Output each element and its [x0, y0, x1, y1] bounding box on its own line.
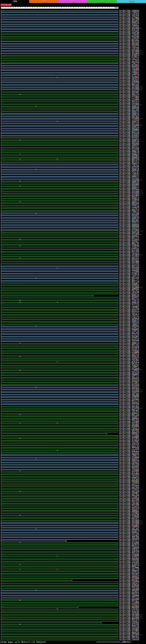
gap-marker [36, 169, 36, 170]
hit-line [1, 297, 118, 298]
hit-line [1, 462, 118, 463]
hit-line [1, 132, 118, 132]
ruler-tick [83, 7, 83, 8]
hit-line [1, 425, 118, 425]
hit-line [1, 139, 118, 139]
gap-marker [57, 362, 58, 362]
hit-line [1, 492, 118, 492]
hit-line [1, 81, 118, 81]
hit-line [1, 568, 118, 568]
gap-marker [36, 387, 36, 388]
gap-marker [20, 154, 20, 154]
gap-marker [57, 121, 58, 122]
hit-line [1, 476, 118, 476]
hit-line [1, 18, 118, 18]
hit-line [1, 369, 118, 369]
ruler-tick [15, 7, 16, 8]
gap-marker [20, 302, 20, 302]
hit-line [1, 284, 118, 284]
hit-line [1, 130, 118, 130]
hit-line [1, 452, 118, 452]
gap-marker [57, 450, 58, 451]
hit-line [1, 355, 118, 356]
hit-line [1, 493, 118, 494]
hit-line [1, 438, 118, 439]
hit-line [1, 437, 118, 437]
hit-line [1, 565, 118, 565]
hit-line [1, 224, 118, 224]
hit-line [1, 389, 118, 390]
hit-line [1, 606, 118, 606]
hit-line [1, 388, 118, 388]
hit-line [1, 600, 118, 601]
hit-line [1, 496, 118, 497]
ruler-tick [54, 7, 54, 8]
gap-marker [20, 181, 20, 182]
gap-marker [57, 77, 58, 78]
hit-line [1, 515, 118, 516]
hit-line [1, 542, 118, 543]
hit-line [1, 277, 118, 277]
hit-line [1, 246, 118, 246]
hit-line [1, 278, 118, 279]
hit-line [1, 631, 118, 632]
hit-line [1, 358, 118, 359]
hit-line [1, 346, 118, 347]
hit-line [1, 312, 118, 313]
hit-line [1, 473, 118, 473]
hit-line [1, 404, 118, 405]
hit-line [1, 159, 118, 160]
ruler-tick [90, 7, 91, 8]
hit-line [1, 432, 118, 432]
hit-line [1, 480, 118, 480]
hit-line [1, 266, 118, 267]
hit-line [1, 454, 118, 454]
hit-line [1, 72, 118, 73]
hit-line [1, 242, 118, 243]
hit-line [1, 624, 118, 625]
hit-line [1, 24, 118, 25]
hit-line [1, 408, 118, 408]
hit-line [1, 150, 118, 151]
hit-line [1, 580, 71, 580]
hit-line [1, 256, 118, 256]
gap-marker [36, 590, 36, 590]
hit-line [1, 576, 118, 577]
hit-line [1, 103, 118, 103]
hit-line [1, 634, 118, 635]
hit-line [1, 445, 118, 446]
hit-line [1, 275, 118, 275]
gap-marker [20, 94, 20, 94]
hit-line [1, 200, 118, 200]
hit-line [1, 22, 118, 23]
hit-line [1, 401, 118, 402]
hit-line [1, 460, 118, 461]
hit-line [1, 265, 118, 265]
identity-color-key: ~20%~40%~60%~80%~100% [0, 0, 146, 3]
hit-line [1, 76, 118, 76]
hit-line [1, 156, 118, 156]
hit-line [1, 403, 118, 403]
hit-line [1, 145, 118, 146]
hit-line [1, 474, 118, 475]
hit-line [1, 622, 101, 623]
footer-legend: Large gaps: ▲(in Query)/-(in Subject) =1… [0, 640, 146, 644]
hit-line [1, 524, 118, 524]
ruler-tick [30, 7, 30, 8]
sequence-ruler: 1 486 [1, 7, 118, 9]
hit-line [1, 33, 118, 33]
gap-marker [20, 186, 20, 186]
gap-marker [57, 268, 58, 268]
hit-line [1, 592, 118, 592]
hit-line [1, 384, 118, 384]
hit-line [1, 62, 118, 62]
hit-line [1, 321, 118, 322]
hit-line [1, 367, 118, 367]
hit-line [1, 340, 118, 340]
hit-line [1, 290, 118, 290]
hit-line [1, 92, 118, 93]
truncation-arrow-icon [107, 433, 108, 434]
gap-marker [20, 140, 20, 140]
hit-line [1, 410, 118, 410]
hit-line [1, 372, 118, 372]
